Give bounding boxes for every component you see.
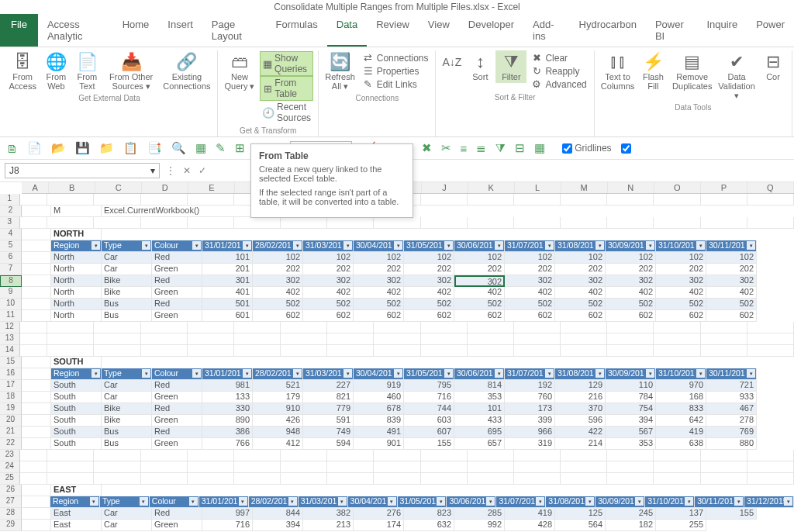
cell[interactable] (561, 322, 607, 333)
cell[interactable] (94, 217, 140, 229)
cell[interactable] (94, 473, 140, 485)
cell[interactable] (20, 461, 47, 473)
cell[interactable]: 564 (555, 520, 606, 531)
qat-icon[interactable]: ⊞ (235, 141, 245, 155)
row-header[interactable]: 24 (0, 461, 20, 473)
cell[interactable]: 602 (555, 310, 606, 322)
table-header-cell[interactable]: 30/06/201▾ (454, 240, 505, 252)
cell[interactable]: Bike (102, 415, 152, 427)
cell[interactable] (747, 450, 794, 461)
cell[interactable]: 502 (354, 299, 404, 310)
row-header[interactable]: 22 (0, 438, 22, 450)
cell[interactable]: 433 (454, 415, 505, 427)
table-header-cell[interactable]: Type▾ (102, 368, 152, 380)
cell[interactable]: 129 (555, 380, 606, 392)
filter-dropdown-icon[interactable]: ▾ (394, 369, 402, 378)
table-header-cell[interactable]: 30/09/201▾ (596, 496, 645, 508)
filter-dropdown-icon[interactable]: ▾ (536, 497, 544, 506)
cell[interactable]: 602 (606, 310, 656, 322)
qat-icon[interactable]: ▦ (195, 141, 206, 155)
cell[interactable] (747, 194, 794, 206)
cell[interactable] (514, 194, 561, 206)
table-header-cell[interactable]: 31/08/201▾ (555, 240, 606, 252)
cell[interactable]: Green (152, 438, 202, 450)
cell[interactable]: 602 (404, 310, 454, 322)
cell[interactable]: 301 (202, 275, 253, 287)
cell[interactable]: 602 (303, 310, 354, 322)
new-query-button[interactable]: 🗃New Query ▾ (221, 50, 258, 92)
filter-dropdown-icon[interactable]: ▾ (192, 241, 201, 250)
table-header-cell[interactable]: 31/03/201▾ (299, 496, 348, 508)
cell[interactable]: Bike (102, 287, 152, 299)
cell[interactable]: Car (102, 508, 152, 520)
table-header-cell[interactable]: 30/04/201▾ (354, 240, 404, 252)
menu-tab-hydrocarbon[interactable]: Hydrocarbon (570, 14, 646, 47)
cell[interactable]: 844 (253, 508, 303, 520)
cell[interactable]: 302 (505, 275, 555, 287)
cell[interactable] (561, 333, 607, 345)
cell[interactable]: 402 (354, 287, 404, 299)
cell[interactable]: 370 (555, 403, 606, 415)
cell[interactable] (234, 450, 281, 461)
filter-dropdown-icon[interactable]: ▾ (288, 497, 297, 506)
connections-button[interactable]: ⇄Connections (360, 51, 431, 64)
column-header[interactable]: E (188, 182, 235, 193)
cell[interactable] (514, 333, 561, 345)
recent-sources-button[interactable]: 🕘Recent Sources (260, 101, 313, 124)
cell[interactable] (20, 322, 47, 333)
table-header-cell[interactable]: 30/11/201▾ (706, 240, 757, 252)
cell[interactable]: 302 (404, 275, 454, 287)
cell[interactable]: South (51, 427, 102, 438)
cell[interactable]: 255 (656, 520, 706, 531)
row-header[interactable]: 26 (0, 485, 22, 496)
cell[interactable]: 302 (555, 275, 606, 287)
cell[interactable] (234, 461, 281, 473)
cell[interactable]: 102 (303, 252, 354, 264)
table-header-cell[interactable]: Colour▾ (152, 368, 202, 380)
cell[interactable]: 419 (656, 427, 706, 438)
qat-icon[interactable]: 📋 (123, 141, 138, 155)
cell[interactable]: 202 (706, 264, 757, 275)
cell[interactable] (561, 473, 607, 485)
cell[interactable] (22, 299, 51, 310)
filter-dropdown-icon[interactable]: ▾ (444, 241, 453, 250)
cell[interactable]: 594 (303, 438, 354, 450)
cell[interactable]: 933 (706, 392, 757, 403)
cell[interactable] (327, 461, 374, 473)
cell[interactable]: 970 (656, 380, 706, 392)
cell[interactable]: North (51, 264, 102, 275)
cell[interactable]: North (51, 252, 102, 264)
cell[interactable]: Green (152, 287, 202, 299)
cell[interactable]: 202 (354, 264, 404, 275)
cell[interactable]: 302 (656, 275, 706, 287)
filter-dropdown-icon[interactable]: ▾ (444, 369, 453, 378)
cell[interactable]: Red (152, 252, 202, 264)
cell[interactable] (281, 333, 327, 345)
cell[interactable]: Green (152, 310, 202, 322)
cell[interactable] (701, 217, 747, 229)
cell[interactable]: 602 (706, 310, 757, 322)
cell[interactable] (47, 461, 94, 473)
cell[interactable]: 214 (555, 438, 606, 450)
edit-links-button[interactable]: ✎Edit Links (360, 78, 431, 91)
cell[interactable]: 426 (253, 415, 303, 427)
row-header[interactable]: 13 (0, 333, 20, 345)
cell[interactable]: 402 (555, 287, 606, 299)
table-header-cell[interactable]: 31/05/201▾ (404, 240, 454, 252)
column-header[interactable]: Q (747, 182, 794, 193)
cell[interactable] (20, 217, 47, 229)
cell[interactable]: 213 (303, 520, 354, 531)
column-header[interactable]: O (654, 182, 701, 193)
row-header[interactable]: 1 (0, 194, 20, 206)
cell[interactable] (20, 333, 47, 345)
cell[interactable]: Bus (102, 427, 152, 438)
cell[interactable] (514, 473, 561, 485)
cell[interactable]: 981 (202, 380, 253, 392)
from-table-button[interactable]: ⊞From Table (260, 76, 313, 101)
cell[interactable]: 502 (303, 299, 354, 310)
cell[interactable] (234, 345, 281, 357)
cell[interactable]: North (51, 275, 102, 287)
column-header[interactable]: C (95, 182, 142, 193)
cell[interactable] (514, 450, 561, 461)
cell[interactable]: 102 (505, 252, 555, 264)
